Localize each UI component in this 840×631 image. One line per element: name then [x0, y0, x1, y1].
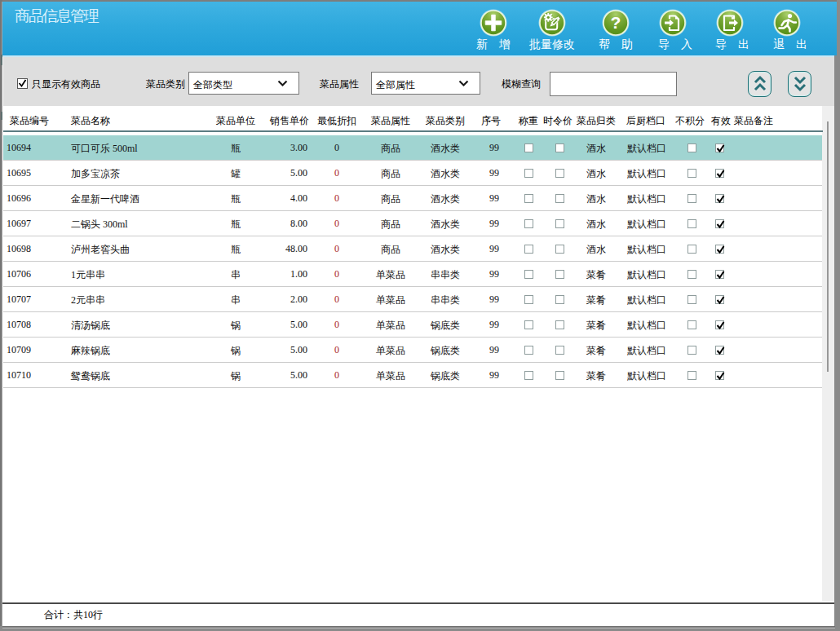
- svg-text:?: ?: [611, 13, 621, 32]
